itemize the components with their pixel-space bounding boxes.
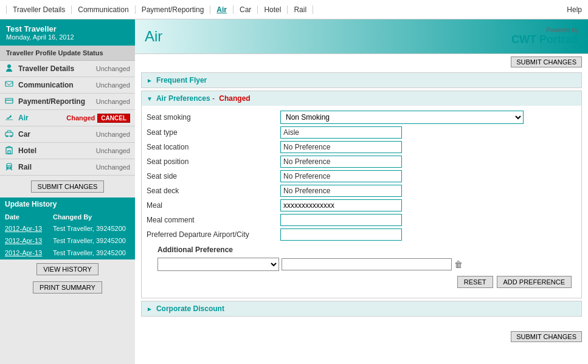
sidebar-item-status: Changed <box>66 114 95 122</box>
corporate-discount-header[interactable]: ► Corporate Discount <box>142 301 581 316</box>
departure-airport-value <box>280 228 576 241</box>
history-changed-by: Test Traveller, 39245200 <box>49 223 134 234</box>
meal-row: Meal <box>147 199 576 211</box>
main-submit-changes-button[interactable]: SUBMIT CHANGES <box>511 57 582 67</box>
seat-deck-field: No Preference <box>280 185 402 197</box>
air-icon <box>5 113 15 123</box>
comm-icon <box>5 80 15 90</box>
sidebar-item-hotel[interactable]: Hotel Unchanged <box>0 143 135 159</box>
seat-type-field: Aisle <box>280 126 402 139</box>
svg-rect-1 <box>5 81 13 86</box>
seat-position-label: Seat position <box>147 157 280 166</box>
additional-preference-row: Preference 🗑 <box>157 258 572 271</box>
history-date-link[interactable]: 2012-Apr-13 <box>5 237 42 244</box>
sidebar-item-label: Traveller Details <box>18 64 96 73</box>
expand-arrow-icon: ► <box>147 77 153 84</box>
sidebar-item-label: Hotel <box>18 146 96 155</box>
cancel-button[interactable]: CANCEL <box>97 114 130 123</box>
meal-input[interactable] <box>280 199 402 211</box>
seat-smoking-value: Non Smoking Smoking No Preference <box>280 111 576 124</box>
view-history-button[interactable]: VIEW HISTORY <box>36 263 99 275</box>
seat-smoking-row: Seat smoking Non Smoking Smoking No Pref… <box>147 111 576 124</box>
seat-type-row: Seat type Aisle <box>147 126 576 139</box>
history-changed-by: Test Traveller, 39245200 <box>49 235 134 246</box>
changed-badge: Changed <box>219 94 250 103</box>
departure-airport-input[interactable] <box>280 228 402 241</box>
additional-preference-title: Additional Preference <box>157 246 572 254</box>
frequent-flyer-header[interactable]: ► Frequent Flyer <box>142 73 581 88</box>
sidebar-item-rail[interactable]: Rail Unchanged <box>0 159 135 176</box>
frequent-flyer-section: ► Frequent Flyer <box>141 72 582 88</box>
sidebar-item-car[interactable]: Car Unchanged <box>0 126 135 143</box>
seat-location-value: No Preference <box>280 141 576 153</box>
submit-bar: SUBMIT CHANGES <box>135 54 588 70</box>
sidebar-item-status: Unchanged <box>96 147 130 154</box>
seat-location-field: No Preference <box>280 141 402 153</box>
person-icon <box>5 64 15 74</box>
sidebar-item-payment-reporting[interactable]: Payment/Reporting Unchanged <box>0 94 135 110</box>
air-preferences-header[interactable]: ▼ Air Preferences - Changed <box>142 91 581 106</box>
sidebar-item-air[interactable]: Air Changed CANCEL <box>0 110 135 126</box>
sidebar-item-communication[interactable]: Communication Unchanged <box>0 77 135 94</box>
seat-smoking-select[interactable]: Non Smoking Smoking No Preference <box>280 111 524 124</box>
nav-traveller-details[interactable]: Traveller Details <box>6 5 72 14</box>
corporate-discount-title: Corporate Discount <box>156 304 224 313</box>
additional-preference-input[interactable] <box>282 258 452 270</box>
additional-preference-select[interactable]: Preference <box>157 258 279 271</box>
reset-button[interactable]: RESET <box>457 276 493 288</box>
history-table: Date Changed By 2012-Apr-13Test Travelle… <box>0 211 135 259</box>
nav-communication[interactable]: Communication <box>72 5 135 14</box>
seat-deck-row: Seat deck No Preference <box>147 185 576 197</box>
air-preferences-section: ▼ Air Preferences - Changed Seat smoking… <box>141 91 582 298</box>
sidebar-item-label: Rail <box>18 163 96 171</box>
seat-side-label: Seat side <box>147 172 280 180</box>
cwt-branding: Powered by CWT Portrait <box>511 27 578 46</box>
svg-point-5 <box>7 136 8 137</box>
nav-hotel[interactable]: Hotel <box>258 5 288 14</box>
meal-comment-input[interactable] <box>280 214 402 226</box>
sidebar-item-status: Unchanged <box>96 131 130 138</box>
air-preferences-title: Air Preferences <box>156 94 210 103</box>
seat-side-field: No Preference <box>280 170 402 182</box>
nav-rail[interactable]: Rail <box>288 5 313 14</box>
nav-payment-reporting[interactable]: Payment/Reporting <box>136 5 211 14</box>
svg-rect-8 <box>8 151 10 154</box>
departure-airport-label: Preferred Departure Airport/City <box>147 230 280 239</box>
history-changed-by: Test Traveller, 39245200 <box>49 247 134 258</box>
svg-rect-2 <box>5 98 13 103</box>
history-row: 2012-Apr-13Test Traveller, 39245200 <box>1 235 134 246</box>
seat-location-label: Seat location <box>147 143 280 151</box>
seat-type-label: Seat type <box>147 128 280 137</box>
collapse-arrow-icon: ▼ <box>147 95 153 102</box>
help-link[interactable]: Help <box>567 5 582 14</box>
corporate-discount-section: ► Corporate Discount <box>141 301 582 317</box>
print-summary-button[interactable]: PRINT SUMMARY <box>33 281 102 294</box>
history-date-link[interactable]: 2012-Apr-13 <box>5 225 42 232</box>
seat-position-field: No Preference <box>280 156 402 168</box>
sidebar-item-label: Communication <box>18 81 96 89</box>
car-icon <box>5 129 15 139</box>
history-date-link[interactable]: 2012-Apr-13 <box>5 249 42 256</box>
powered-by-text: Powered by <box>511 27 578 33</box>
main-content: Air Powered by CWT Portrait SUBMIT CHANG… <box>135 19 588 364</box>
seat-smoking-label: Seat smoking <box>147 113 280 122</box>
top-navigation: Traveller Details Communication Payment/… <box>0 0 588 19</box>
sidebar-item-status: Unchanged <box>96 163 130 171</box>
history-row: 2012-Apr-13Test Traveller, 39245200 <box>1 247 134 258</box>
seat-location-row: Seat location No Preference <box>147 141 576 153</box>
preference-action-row: RESET ADD PREFERENCE <box>151 276 572 288</box>
air-preferences-body: Seat smoking Non Smoking Smoking No Pref… <box>142 106 581 298</box>
svg-point-12 <box>10 167 11 168</box>
seat-position-row: Seat position No Preference <box>147 156 576 168</box>
rail-icon <box>5 162 15 172</box>
sidebar-submit-changes-button[interactable]: SUBMIT CHANGES <box>31 180 105 193</box>
page-header: Air Powered by CWT Portrait <box>135 19 588 54</box>
add-preference-button[interactable]: ADD PREFERENCE <box>497 276 572 288</box>
seat-deck-value: No Preference <box>280 185 576 197</box>
sidebar-item-label: Payment/Reporting <box>18 97 96 106</box>
sidebar-item-traveller-details[interactable]: Traveller Details Unchanged <box>0 61 135 77</box>
bottom-submit-changes-button[interactable]: SUBMIT CHANGES <box>511 331 582 342</box>
nav-air[interactable]: Air <box>210 5 233 14</box>
delete-preference-button[interactable]: 🗑 <box>454 259 463 269</box>
nav-car[interactable]: Car <box>233 5 258 14</box>
